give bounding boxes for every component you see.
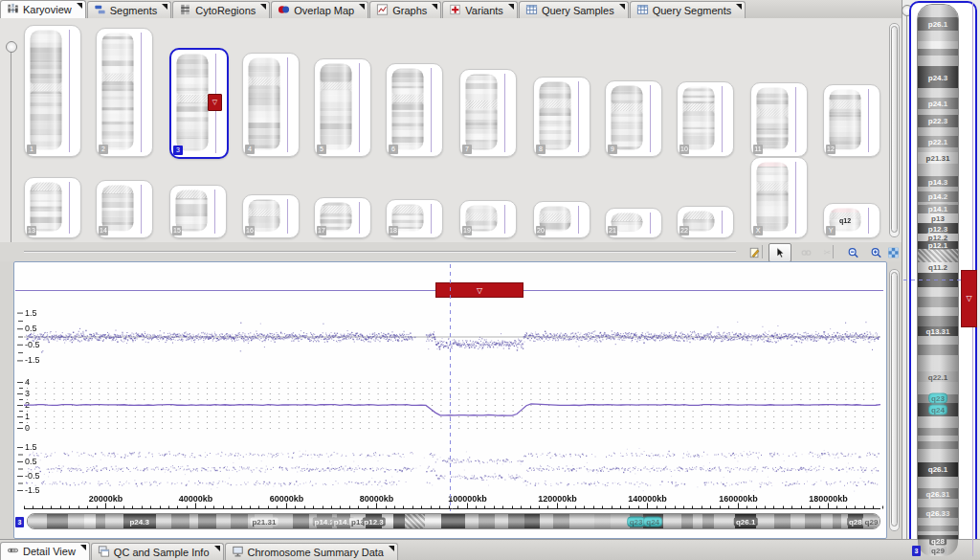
- chromosome-thumbnail-21[interactable]: 21: [605, 208, 662, 238]
- chromosome-number-badge: 11: [753, 145, 763, 154]
- chromosome-thumbnail-13[interactable]: 13: [24, 177, 81, 238]
- chromosome-thumbnail-x[interactable]: X: [750, 157, 808, 238]
- karyotype-panel[interactable]: 123▽45678910111213141516171819202122XY ∧…: [0, 18, 904, 242]
- chromosome-thumbnail-5[interactable]: 5: [314, 58, 371, 157]
- tab-overlap-map[interactable]: Overlap Map: [271, 1, 368, 18]
- chromosome-thumbnail-17[interactable]: 17: [314, 197, 371, 238]
- chromosome-thumbnail-10[interactable]: 10: [677, 81, 734, 157]
- tab-qc-and-sample-info[interactable]: QC and Sample Info: [91, 543, 224, 560]
- chromosome-ideogram-horizontal[interactable]: p24.3p21.31p14.2p14.1p13p12.3q23q24q26.1…: [27, 513, 880, 529]
- chromosome-number-badge: 5: [317, 145, 326, 154]
- tab-chromosome-summary-data[interactable]: Chromosome Summary Data: [225, 543, 398, 560]
- tab-menu-triangle[interactable]: [619, 4, 625, 10]
- cytoband: [28, 514, 47, 528]
- selection-marker-bar-vertical[interactable]: ▽: [961, 270, 977, 327]
- chromosome-thumbnail-14[interactable]: 14: [96, 180, 153, 238]
- tab-menu-triangle[interactable]: [389, 546, 394, 551]
- tab-query-segments[interactable]: Query Segments: [630, 1, 746, 18]
- tab-menu-triangle[interactable]: [432, 4, 437, 10]
- detail-scrollbar[interactable]: [889, 269, 900, 531]
- karyotype-scrollbar[interactable]: [889, 23, 900, 237]
- chromosome-graphic: [539, 81, 571, 150]
- cytoband: [540, 514, 553, 528]
- tab-menu-triangle[interactable]: [162, 4, 167, 10]
- chromosome-thumbnail-15[interactable]: 15: [169, 185, 227, 238]
- cytoband: [425, 514, 441, 528]
- karyotype-zoom-slider-knob[interactable]: [6, 41, 17, 53]
- selection-marker-bar[interactable]: ▽: [435, 282, 523, 298]
- tab-menu-triangle[interactable]: [359, 4, 365, 10]
- chromosome-thumbnail-22[interactable]: 22: [677, 206, 734, 238]
- chromosome-thumbnail-20[interactable]: 20: [533, 201, 590, 238]
- cytoregions-icon: [179, 4, 191, 17]
- chromosome-number-badge: 7: [462, 145, 472, 154]
- tab-menu-triangle[interactable]: [260, 4, 266, 10]
- cytoband: [84, 514, 96, 528]
- cytoband: [68, 514, 84, 528]
- cursor-position-line: [450, 264, 451, 511]
- cytoband: [918, 297, 958, 307]
- cytoband: q22.1: [918, 371, 958, 382]
- cytoband: q26.31: [918, 488, 958, 499]
- chromosome-thumbnail-6[interactable]: 6: [386, 63, 443, 157]
- bottom-tab-bar: Detail ViewQC and Sample InfoChromosome …: [0, 539, 980, 560]
- cytoband: [918, 41, 958, 49]
- chromosome-number-badge: 14: [99, 226, 108, 235]
- tab-menu-triangle[interactable]: [736, 4, 742, 10]
- variant-marker-flag[interactable]: ▽: [208, 94, 222, 111]
- annotation-lane-line: [795, 87, 796, 152]
- pointer-button[interactable]: [768, 243, 791, 262]
- tab-query-samples[interactable]: Query Samples: [519, 1, 629, 18]
- tab-menu-triangle[interactable]: [508, 4, 514, 10]
- chromosome-thumbnail-y[interactable]: Y: [823, 203, 880, 238]
- tab-label: QC and Sample Info: [114, 547, 210, 558]
- tab-cytoregions[interactable]: CytoRegions: [172, 1, 270, 18]
- chromosome-thumbnail-16[interactable]: 16: [242, 194, 300, 238]
- chromosome-thumbnail-12[interactable]: 12: [823, 84, 880, 157]
- chromosome-thumbnail-3[interactable]: 3▽: [169, 48, 229, 159]
- annotate-button[interactable]: [743, 243, 766, 262]
- cytoband-label: p14.2: [926, 192, 949, 201]
- tab-menu-triangle[interactable]: [80, 545, 86, 550]
- cytoband: [47, 514, 68, 528]
- region-annotation-chip[interactable]: q24: [928, 404, 947, 414]
- tab-graphs[interactable]: Graphs: [369, 1, 441, 18]
- chromosome-thumbnail-11[interactable]: 11: [750, 82, 808, 157]
- tab-segments[interactable]: Segments: [87, 1, 172, 18]
- chromosome-thumbnail-7[interactable]: 7: [459, 69, 517, 157]
- chromosome-thumbnail-9[interactable]: 9: [605, 80, 662, 157]
- tab-variants[interactable]: Variants: [442, 1, 518, 18]
- ideogram-slider-track[interactable]: [906, 14, 907, 556]
- link-button: [794, 243, 817, 262]
- chromosome-number-badge: 20: [536, 226, 546, 235]
- cytoband: [918, 336, 958, 345]
- tab-menu-triangle[interactable]: [77, 3, 82, 9]
- chromosome-thumbnail-18[interactable]: 18: [386, 199, 443, 238]
- chromosome-ideogram-vertical[interactable]: p26.1p24.3p24.1p22.3p22.1p21.31p14.3p14.…: [917, 4, 959, 557]
- cytoband: [918, 345, 958, 355]
- cytoband: [918, 518, 958, 526]
- cytoband-label: q26.1: [734, 517, 757, 526]
- chromosome-graphic: [465, 74, 498, 150]
- cytoband: [553, 514, 569, 528]
- cytoband: [918, 441, 958, 449]
- karyotype-zoom-slider-track[interactable]: [11, 51, 11, 254]
- chromosome-graphic: [30, 182, 62, 232]
- region-annotation-chip[interactable]: q23: [928, 393, 947, 404]
- cytoband: p14.2: [918, 191, 958, 201]
- zoom-out-button[interactable]: [841, 243, 864, 262]
- cytoband: [714, 514, 735, 528]
- chromosome-thumbnail-8[interactable]: 8: [533, 77, 590, 157]
- tab-menu-triangle[interactable]: [214, 546, 220, 551]
- cytoband: p22.3: [918, 115, 958, 126]
- chromosome-thumbnail-4[interactable]: 4: [242, 53, 300, 157]
- chromosome-thumbnail-2[interactable]: 2: [96, 28, 153, 157]
- region-annotation-chip[interactable]: q24: [643, 516, 662, 526]
- annotation-lane-line: [504, 205, 505, 234]
- tab-karyoview[interactable]: Karyoview: [0, 0, 86, 18]
- chromosome-thumbnail-1[interactable]: 1: [24, 25, 81, 157]
- tab-detail-view[interactable]: Detail View: [0, 542, 90, 560]
- chromosome-thumbnail-19[interactable]: 19: [459, 200, 517, 238]
- cytoband-label: q11.2: [926, 263, 949, 272]
- annotation-lane-line: [69, 182, 70, 234]
